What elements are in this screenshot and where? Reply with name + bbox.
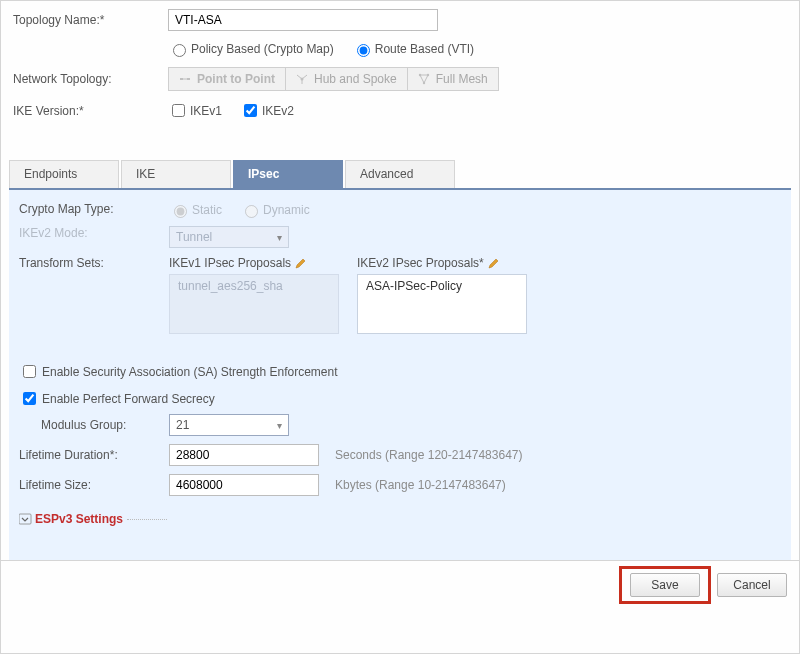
tab-advanced[interactable]: Advanced [345, 160, 455, 188]
lifetime-duration-label: Lifetime Duration*: [19, 448, 169, 462]
dialog-footer: Save Cancel [1, 560, 799, 608]
pencil-icon[interactable] [488, 257, 500, 269]
route-based-label: Route Based (VTI) [375, 42, 474, 56]
pfs-label: Enable Perfect Forward Secrecy [42, 392, 215, 406]
crypto-dynamic-radio: Dynamic [240, 202, 310, 218]
p2p-label: Point to Point [197, 72, 275, 86]
route-based-radio[interactable]: Route Based (VTI) [352, 41, 474, 57]
hub-label: Hub and Spoke [314, 72, 397, 86]
modulus-group-label: Modulus Group: [41, 418, 169, 432]
policy-based-label: Policy Based (Crypto Map) [191, 42, 334, 56]
fullmesh-icon [418, 73, 430, 85]
policy-based-radio[interactable]: Policy Based (Crypto Map) [168, 41, 334, 57]
ikev2-mode-value: Tunnel [176, 230, 212, 244]
svg-line-11 [420, 75, 424, 83]
svg-rect-13 [19, 514, 31, 524]
modulus-group-value: 21 [176, 418, 189, 432]
ikev1-checkbox[interactable]: IKEv1 [168, 101, 222, 120]
tab-ike[interactable]: IKE [121, 160, 231, 188]
fullmesh-label: Full Mesh [436, 72, 488, 86]
ikev1-proposals-title: IKEv1 IPsec Proposals [169, 256, 291, 270]
lifetime-size-input[interactable] [169, 474, 319, 496]
crypto-dynamic-label: Dynamic [263, 203, 310, 217]
modulus-group-select[interactable]: 21 ▾ [169, 414, 289, 436]
fullmesh-button: Full Mesh [408, 68, 498, 90]
svg-line-4 [297, 75, 302, 79]
list-item: tunnel_aes256_sha [178, 279, 330, 293]
ikev2-mode-select: Tunnel ▾ [169, 226, 289, 248]
network-topology-segmented: Point to Point Hub and Spoke Full Mesh [168, 67, 499, 91]
collapse-icon[interactable] [19, 512, 33, 526]
pfs-checkbox[interactable]: Enable Perfect Forward Secrecy [19, 389, 781, 408]
ikev2-proposals-title: IKEv2 IPsec Proposals* [357, 256, 484, 270]
ikev2-label: IKEv2 [262, 104, 294, 118]
sa-strength-checkbox[interactable]: Enable Security Association (SA) Strengt… [19, 362, 781, 381]
hub-icon [296, 73, 308, 85]
ike-version-label: IKE Version:* [13, 104, 168, 118]
save-highlight: Save [619, 566, 711, 604]
lifetime-size-label: Lifetime Size: [19, 478, 169, 492]
lifetime-size-hint: Kbytes (Range 10-2147483647) [335, 478, 506, 492]
vpn-topology-form: Topology Name:* Policy Based (Crypto Map… [0, 0, 800, 654]
transform-sets-label: Transform Sets: [19, 256, 169, 270]
p2p-button: Point to Point [169, 68, 286, 90]
ipsec-panel: Crypto Map Type: Static Dynamic IKEv2 Mo… [9, 190, 791, 560]
hub-button: Hub and Spoke [286, 68, 408, 90]
svg-line-12 [424, 75, 428, 83]
chevron-down-icon: ▾ [277, 232, 282, 243]
cancel-button[interactable]: Cancel [717, 573, 787, 597]
ikev1-label: IKEv1 [190, 104, 222, 118]
ikev2-checkbox[interactable]: IKEv2 [240, 101, 294, 120]
p2p-icon [179, 73, 191, 85]
crypto-map-label: Crypto Map Type: [19, 202, 169, 216]
network-topology-label: Network Topology: [13, 72, 168, 86]
crypto-static-radio: Static [169, 202, 222, 218]
topology-name-label: Topology Name:* [13, 13, 168, 27]
sa-strength-label: Enable Security Association (SA) Strengt… [42, 365, 337, 379]
tab-endpoints[interactable]: Endpoints [9, 160, 119, 188]
list-item: ASA-IPSec-Policy [366, 279, 518, 293]
pencil-icon[interactable] [295, 257, 307, 269]
crypto-static-label: Static [192, 203, 222, 217]
topology-name-input[interactable] [168, 9, 438, 31]
svg-line-5 [302, 75, 307, 79]
tab-ipsec[interactable]: IPsec [233, 160, 343, 188]
ikev2-proposals-list[interactable]: ASA-IPSec-Policy [357, 274, 527, 334]
tab-bar: Endpoints IKE IPsec Advanced [9, 160, 791, 190]
lifetime-duration-hint: Seconds (Range 120-2147483647) [335, 448, 522, 462]
chevron-down-icon: ▾ [277, 420, 282, 431]
divider [127, 519, 167, 520]
ikev1-proposals-list: tunnel_aes256_sha [169, 274, 339, 334]
espv3-settings-title[interactable]: ESPv3 Settings [35, 512, 123, 526]
lifetime-duration-input[interactable] [169, 444, 319, 466]
ikev2-mode-label: IKEv2 Mode: [19, 226, 169, 240]
save-button[interactable]: Save [630, 573, 700, 597]
